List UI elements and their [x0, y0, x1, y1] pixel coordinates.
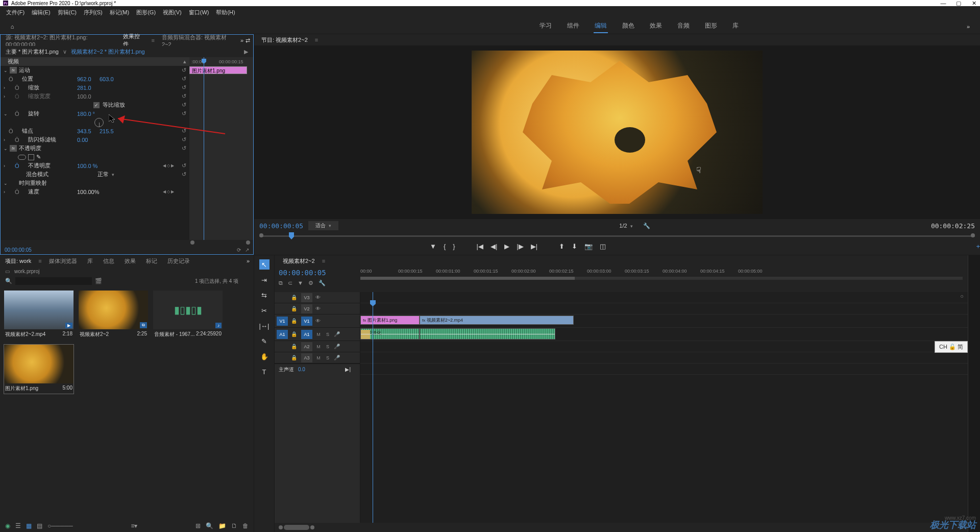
audio-meter[interactable] — [968, 255, 980, 532]
kf-next-icon[interactable]: ▶ — [171, 163, 174, 168]
ws-audio[interactable]: 音频 — [676, 19, 691, 33]
bin-item-image[interactable]: 图片素材1.png5:00 — [4, 345, 74, 394]
sort-icon[interactable]: ≡▾ — [131, 522, 137, 529]
minimize-button[interactable]: — — [940, 0, 946, 6]
eye-v2-icon[interactable]: 👁 — [315, 306, 323, 311]
ws-effects[interactable]: 效果 — [649, 19, 663, 33]
home-icon[interactable]: ⌂ — [0, 23, 15, 30]
anchor-x-value[interactable]: 343.5 — [77, 128, 100, 134]
tl-zoom-left[interactable] — [279, 525, 283, 529]
master-track-header[interactable]: 主声道0.0▶| — [275, 364, 360, 375]
menu-clip[interactable]: 剪辑(C) — [55, 8, 80, 17]
pen-tool-icon[interactable]: ✎ — [259, 336, 270, 346]
step-fwd-icon[interactable]: |▶ — [517, 243, 523, 250]
program-viewport[interactable]: ☟ — [254, 45, 980, 219]
ws-graphics[interactable]: 图形 — [704, 19, 718, 33]
clip-image[interactable]: fx 图片素材1.png — [360, 316, 420, 325]
tl-zoom-right[interactable] — [310, 525, 314, 529]
bin-icon[interactable]: ▭ — [5, 269, 12, 274]
position-stopwatch-icon[interactable]: Ō — [4, 76, 11, 82]
bin-item-video1[interactable]: ▶ 视频素材2~2.mp42:18 — [4, 291, 74, 340]
reset-flicker-icon[interactable]: ↺ — [182, 136, 186, 143]
add-marker-icon[interactable]: ▼ — [430, 243, 436, 250]
list-view-icon[interactable]: ☰ — [15, 522, 21, 529]
ec-export-icon[interactable]: ↗ — [245, 247, 249, 253]
ws-editing[interactable]: 编辑 — [594, 19, 608, 33]
reset-opacity-section-icon[interactable]: ↺ — [182, 145, 186, 152]
extract-icon[interactable]: ⬇ — [572, 243, 577, 250]
blend-mode-dropdown[interactable]: 正常 — [92, 170, 119, 179]
timeline-timecode[interactable]: 00:00:00:05 — [279, 269, 356, 277]
tl-scroll-top-icon[interactable]: ○ — [960, 293, 964, 299]
snap-icon[interactable]: ⧉ — [279, 280, 283, 286]
ec-scroll-left[interactable] — [190, 240, 194, 245]
lane-v1[interactable]: fx 图片素材1.png fx 视频素材2~2.mp4 — [360, 315, 968, 328]
motion-label[interactable]: 运动 — [19, 66, 30, 74]
hand-tool-icon[interactable]: ✋ — [259, 351, 270, 361]
ec-playhead[interactable] — [204, 57, 204, 240]
razor-tool-icon[interactable]: ✂ — [259, 305, 270, 316]
clip-audio-1[interactable]: 持续淡化 — [360, 328, 420, 340]
new-item-icon[interactable]: 🗋 — [231, 522, 237, 529]
scale-stopwatch-icon[interactable]: Ō — [10, 85, 17, 91]
tab-markers[interactable]: 标记 — [141, 256, 162, 267]
menu-edit[interactable]: 编辑(E) — [29, 8, 54, 17]
resolution-dropdown[interactable]: 1/2 — [619, 223, 632, 229]
timeremap-twisty[interactable]: ⌄ — [4, 181, 10, 186]
tab-history[interactable]: 历史记录 — [162, 256, 195, 267]
tab-media-browser[interactable]: 媒体浏览器 — [44, 256, 82, 267]
reset-scale-icon[interactable]: ↺ — [182, 84, 186, 91]
position-y-value[interactable]: 603.0 — [100, 76, 122, 82]
fx-badge-opacity[interactable]: fx — [10, 145, 17, 152]
kf-next-speed-icon[interactable]: ▶ — [171, 189, 174, 194]
track-header-v2[interactable]: 🔒V2👁 — [275, 303, 360, 315]
fx-badge-icon[interactable]: fx — [10, 67, 17, 74]
lock-v1-icon[interactable]: 🔒 — [291, 318, 298, 324]
speed-value[interactable]: 100.00% — [77, 189, 99, 195]
scale-value[interactable]: 281.0 — [77, 85, 100, 91]
wrench-icon[interactable]: 🔧 — [318, 280, 326, 286]
linked-icon[interactable]: ⊂ — [288, 280, 292, 286]
speed-stopwatch-icon[interactable]: Ō — [10, 189, 17, 195]
reset-blend-icon[interactable]: ↺ — [182, 171, 186, 178]
slip-tool-icon[interactable]: |↔| — [259, 321, 270, 331]
anchor-stopwatch-icon[interactable]: Ō — [4, 128, 11, 134]
panel-overflow-icon[interactable]: » — [240, 37, 243, 44]
menu-graphics[interactable]: 图形(G) — [133, 8, 159, 17]
goto-in-icon[interactable]: |◀ — [477, 243, 483, 250]
tab-libraries[interactable]: 库 — [82, 256, 98, 267]
compare-icon[interactable]: ◫ — [600, 243, 606, 250]
auto-sequence-icon[interactable]: ⊞ — [195, 522, 201, 529]
ws-libraries[interactable]: 库 — [731, 19, 740, 33]
close-button[interactable]: ✕ — [971, 0, 977, 6]
rotation-dial-icon[interactable] — [94, 118, 104, 127]
mark-in-icon[interactable]: { — [444, 243, 446, 250]
zoom-dropdown[interactable]: 适合 — [308, 221, 338, 230]
reset-scalew-icon[interactable]: ↺ — [182, 93, 186, 100]
workspace-overflow-icon[interactable]: » — [957, 23, 980, 30]
uniform-scale-checkbox[interactable]: ✓ — [93, 102, 100, 108]
tab-timeline-sequence[interactable]: 视频素材2~2 — [278, 256, 320, 267]
lock-a1-icon[interactable]: 🔒 — [291, 331, 298, 337]
lane-v3[interactable] — [360, 292, 968, 303]
timeline-ruler[interactable]: 00:00 00:00:00:15 00:00:01:00 00:00:01:1… — [360, 267, 968, 292]
ws-assembly[interactable]: 组件 — [566, 19, 580, 33]
selection-tool-icon[interactable]: ↖ — [259, 259, 270, 270]
tab-effects[interactable]: 效果 — [119, 256, 141, 267]
marker-icon[interactable]: ▼ — [298, 280, 303, 286]
timeremap-label[interactable]: 时间重映射 — [19, 179, 47, 187]
lock-a2-icon[interactable]: 🔒 — [291, 344, 298, 349]
ime-indicator[interactable]: CH 🔓 简 — [935, 341, 968, 353]
panel-swap-icon[interactable]: ⇄ — [246, 37, 250, 44]
icon-view-icon[interactable]: ▦ — [26, 522, 32, 529]
lane-a3[interactable] — [360, 352, 968, 364]
scale-twisty[interactable]: › — [4, 85, 10, 90]
track-select-tool-icon[interactable]: ⇥ — [259, 275, 270, 285]
reset-rotation-icon[interactable]: ↺ — [182, 110, 186, 117]
play-icon[interactable]: ▶ — [504, 243, 509, 250]
tab-info[interactable]: 信息 — [98, 256, 119, 267]
tab-project[interactable]: 项目: work — [0, 256, 36, 267]
project-overflow-icon[interactable]: » — [242, 258, 254, 264]
master-clip-label[interactable]: 主要 * 图片素材1.png — [6, 48, 59, 56]
menu-window[interactable]: 窗口(W) — [186, 8, 212, 17]
